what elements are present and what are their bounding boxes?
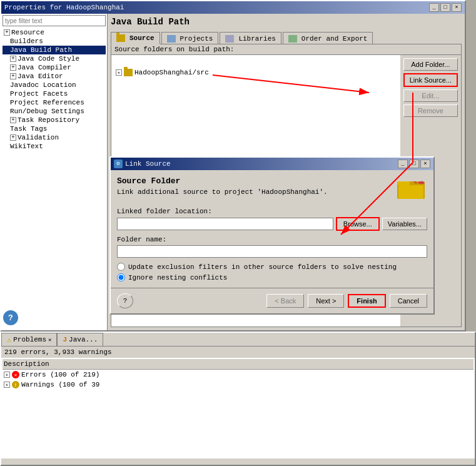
sidebar-item-label: Validation: [18, 134, 59, 141]
radio-ignore: Ignore nesting conflicts: [117, 273, 427, 281]
sidebar-item-label: Task Repository: [18, 116, 79, 124]
linked-folder-input[interactable]: [117, 218, 333, 230]
sidebar-item-project-facets[interactable]: Project Facets: [3, 89, 106, 98]
link-source-button[interactable]: Link Source...: [403, 73, 458, 87]
main-help-button[interactable]: ?: [3, 310, 18, 325]
tab-source[interactable]: Source: [111, 32, 160, 44]
dialog-title-buttons: _ □ ×: [398, 160, 430, 168]
radio-group: Update exclusion filters in other source…: [117, 263, 427, 281]
close-button[interactable]: ×: [452, 3, 462, 12]
description-label: Description: [4, 360, 49, 368]
problems-close-button[interactable]: ✕: [48, 337, 51, 343]
dialog-footer: ? < Back Next > Finish Cancel: [111, 288, 433, 313]
folder-icon: [124, 69, 133, 76]
warning-label: Warnings (100 of 39: [21, 381, 99, 388]
sidebar-item-java-editor[interactable]: + Java Editor: [3, 72, 106, 81]
radio-update-input[interactable]: [117, 263, 125, 271]
sidebar-item-label: Java Code Style: [18, 55, 79, 63]
remove-button[interactable]: Remove: [403, 104, 458, 117]
sidebar-item-resource[interactable]: + Resource: [3, 28, 106, 37]
edit-button[interactable]: Edit...: [403, 89, 458, 102]
sidebar-item-label: Builders: [10, 38, 43, 45]
dialog-minimize-button[interactable]: _: [398, 160, 408, 168]
tab-problems[interactable]: ⚠ Problems ✕: [1, 333, 57, 346]
tab-java[interactable]: J Java...: [57, 333, 103, 346]
add-folder-button[interactable]: Add Folder...: [403, 58, 458, 71]
finish-button[interactable]: Finish: [348, 294, 385, 308]
tree-row[interactable]: + HadoopShanghai/src: [114, 68, 397, 78]
warning-row[interactable]: + ! Warnings (100 of 39: [3, 380, 473, 390]
bottom-panel: ⚠ Problems ✕ J Java... 219 errors, 3,933…: [0, 332, 476, 466]
tab-projects[interactable]: Projects: [161, 32, 219, 44]
linked-folder-label: Linked folder location:: [117, 208, 427, 215]
expand-resource[interactable]: +: [4, 29, 10, 36]
expand-code-style[interactable]: +: [10, 56, 16, 62]
filter-input[interactable]: [3, 15, 106, 26]
sidebar-item-java-code-style[interactable]: + Java Code Style: [3, 54, 106, 63]
tab-order-export-label: Order and Export: [301, 35, 368, 43]
sidebar-item-label: Project References: [10, 99, 84, 106]
folder-name-input[interactable]: [117, 245, 427, 258]
radio-ignore-label: Ignore nesting conflicts: [128, 274, 227, 281]
sidebar-item-label: Run/Debug Settings: [10, 108, 84, 115]
help-button[interactable]: ?: [117, 293, 133, 308]
folder-svg: [397, 176, 427, 201]
sidebar-item-wikitext[interactable]: WikiText: [3, 142, 106, 151]
sidebar-item-label: Javadoc Location: [10, 81, 76, 89]
sidebar-item-label: Java Compiler: [18, 64, 71, 71]
status-bar: 219 errors, 3,933 warnings: [1, 347, 475, 358]
dialog-header-text: Source Folder Link additional source to …: [117, 176, 328, 196]
expand-warnings[interactable]: +: [4, 382, 10, 388]
dialog-title-bar: ⚙ Link Source _ □ ×: [111, 158, 433, 170]
cancel-button[interactable]: Cancel: [390, 294, 427, 308]
java-icon: J: [63, 336, 67, 343]
footer-buttons: < Back Next > Finish Cancel: [266, 294, 427, 308]
back-button[interactable]: < Back: [266, 294, 304, 308]
sidebar-item-validation[interactable]: + Validation: [3, 133, 106, 142]
tab-order-export[interactable]: Order and Export: [283, 32, 373, 44]
tab-libraries-label: Libraries: [238, 35, 275, 43]
maximize-button[interactable]: □: [440, 3, 450, 12]
expand-validation[interactable]: +: [10, 134, 16, 141]
tab-libraries[interactable]: Libraries: [220, 32, 281, 44]
sidebar: + Resource Builders Java Build Path + Ja…: [1, 14, 108, 330]
expand-errors[interactable]: +: [4, 372, 10, 378]
dialog-maximize-button[interactable]: □: [409, 160, 419, 168]
sidebar-item-label: Resource: [11, 29, 44, 36]
error-row[interactable]: + ✕ Errors (100 of 219): [3, 370, 473, 380]
tree-item-label: HadoopShanghai/src: [134, 69, 209, 76]
sidebar-item-java-build-path[interactable]: Java Build Path: [3, 46, 106, 54]
svg-rect-4: [398, 185, 423, 199]
expand-editor[interactable]: +: [10, 73, 16, 79]
java-tab-label: Java...: [69, 336, 98, 343]
sidebar-item-javadoc[interactable]: Javadoc Location: [3, 81, 106, 89]
problems-icon: ⚠: [7, 335, 11, 345]
title-bar-buttons: _ □ ×: [429, 3, 462, 12]
expand-task-repo[interactable]: +: [10, 117, 16, 123]
dialog-heading: Source Folder: [117, 176, 328, 186]
dialog-title-content: ⚙ Link Source: [114, 160, 171, 168]
sidebar-item-java-compiler[interactable]: + Java Compiler: [3, 63, 106, 72]
description-header: Description: [3, 359, 473, 370]
sidebar-item-task-repository[interactable]: + Task Repository: [3, 116, 106, 124]
expand-compiler[interactable]: +: [10, 64, 16, 71]
variables-button[interactable]: Variables...: [382, 218, 427, 230]
linked-folder-group: Linked folder location: Browse... Variab…: [117, 208, 427, 231]
sidebar-item-task-tags[interactable]: Task Tags: [3, 124, 106, 133]
expand-src[interactable]: +: [116, 69, 122, 76]
bottom-tabs-bar: ⚠ Problems ✕ J Java...: [1, 333, 475, 347]
sidebar-item-project-references[interactable]: Project References: [3, 98, 106, 107]
dialog-close-button[interactable]: ×: [420, 160, 430, 168]
error-icon: ✕: [12, 371, 19, 378]
sidebar-item-builders[interactable]: Builders: [3, 37, 106, 46]
radio-ignore-input[interactable]: [117, 273, 125, 281]
sidebar-item-run-debug[interactable]: Run/Debug Settings: [3, 107, 106, 116]
next-button[interactable]: Next >: [308, 294, 344, 308]
page-title: Java Build Path: [111, 17, 462, 27]
warning-icon: !: [12, 381, 19, 388]
linked-folder-row: Browse... Variables...: [117, 217, 427, 231]
radio-update-label: Update exclusion filters in other source…: [128, 263, 397, 271]
source-folders-label: Source folders on build path:: [111, 44, 461, 55]
browse-button[interactable]: Browse...: [336, 217, 380, 231]
minimize-button[interactable]: _: [429, 3, 439, 12]
